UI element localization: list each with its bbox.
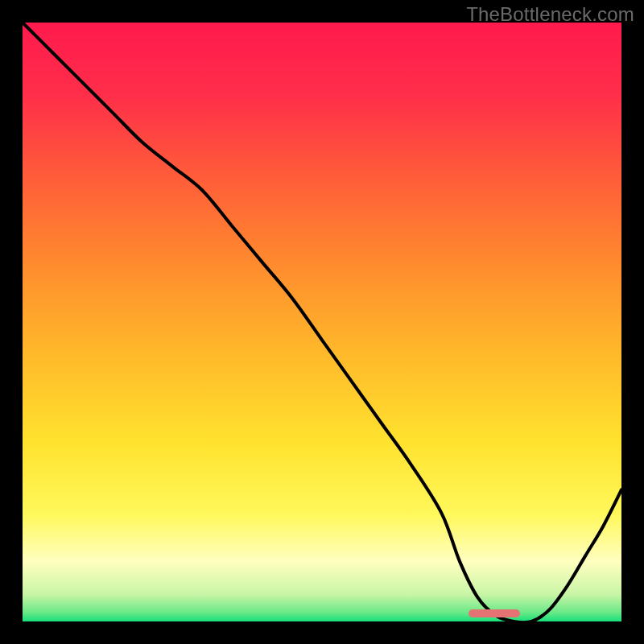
optimal-range-marker <box>469 609 519 617</box>
watermark-text: TheBottleneck.com <box>466 3 634 26</box>
line-series <box>23 23 621 621</box>
chart-frame: TheBottleneck.com <box>0 0 644 644</box>
plot-area <box>23 23 621 621</box>
